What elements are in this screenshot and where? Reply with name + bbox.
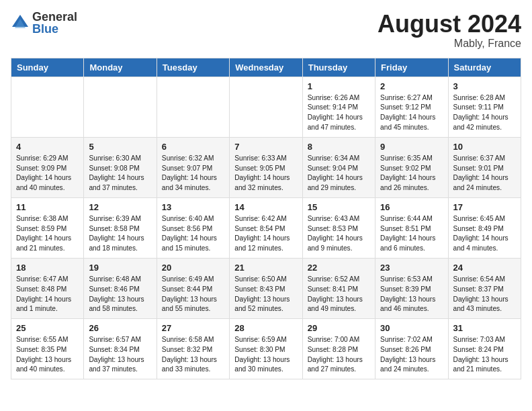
col-header-sunday: Sunday bbox=[11, 58, 84, 77]
day-number: 24 bbox=[453, 263, 516, 273]
calendar-cell: 26Sunrise: 6:57 AM Sunset: 8:34 PM Dayli… bbox=[84, 319, 157, 379]
week-row-2: 4Sunrise: 6:29 AM Sunset: 9:09 PM Daylig… bbox=[11, 137, 521, 197]
calendar-cell: 5Sunrise: 6:30 AM Sunset: 9:08 PM Daylig… bbox=[84, 137, 157, 197]
day-number: 25 bbox=[16, 323, 79, 333]
day-number: 28 bbox=[234, 323, 297, 333]
day-info: Sunrise: 6:37 AM Sunset: 9:01 PM Dayligh… bbox=[453, 154, 516, 193]
header-row: SundayMondayTuesdayWednesdayThursdayFrid… bbox=[11, 58, 521, 77]
col-header-wednesday: Wednesday bbox=[230, 58, 302, 77]
day-info: Sunrise: 6:39 AM Sunset: 8:58 PM Dayligh… bbox=[89, 214, 151, 254]
calendar-cell: 19Sunrise: 6:48 AM Sunset: 8:46 PM Dayli… bbox=[84, 258, 157, 318]
calendar-cell bbox=[230, 77, 302, 137]
day-number: 7 bbox=[234, 142, 297, 152]
day-info: Sunrise: 6:49 AM Sunset: 8:44 PM Dayligh… bbox=[162, 275, 224, 314]
day-info: Sunrise: 6:33 AM Sunset: 9:05 PM Dayligh… bbox=[234, 154, 297, 193]
day-number: 2 bbox=[380, 81, 443, 91]
day-number: 3 bbox=[453, 81, 516, 91]
day-number: 6 bbox=[162, 142, 224, 152]
day-info: Sunrise: 6:57 AM Sunset: 8:34 PM Dayligh… bbox=[89, 335, 151, 375]
calendar-cell: 16Sunrise: 6:44 AM Sunset: 8:51 PM Dayli… bbox=[375, 197, 448, 258]
calendar-cell: 27Sunrise: 6:58 AM Sunset: 8:32 PM Dayli… bbox=[157, 319, 229, 379]
calendar-cell: 4Sunrise: 6:29 AM Sunset: 9:09 PM Daylig… bbox=[11, 137, 84, 197]
day-info: Sunrise: 7:00 AM Sunset: 8:28 PM Dayligh… bbox=[308, 335, 370, 375]
day-info: Sunrise: 7:02 AM Sunset: 8:26 PM Dayligh… bbox=[380, 335, 443, 375]
day-number: 14 bbox=[234, 202, 297, 212]
calendar-cell: 17Sunrise: 6:45 AM Sunset: 8:49 PM Dayli… bbox=[448, 197, 521, 258]
day-number: 17 bbox=[453, 202, 516, 212]
calendar-cell: 20Sunrise: 6:49 AM Sunset: 8:44 PM Dayli… bbox=[157, 258, 229, 318]
day-number: 19 bbox=[89, 263, 151, 273]
calendar-cell bbox=[84, 77, 157, 137]
logo-general-text: General bbox=[32, 11, 77, 23]
day-info: Sunrise: 6:47 AM Sunset: 8:48 PM Dayligh… bbox=[16, 275, 79, 314]
calendar-cell: 11Sunrise: 6:38 AM Sunset: 8:59 PM Dayli… bbox=[11, 197, 84, 258]
calendar-cell: 1Sunrise: 6:26 AM Sunset: 9:14 PM Daylig… bbox=[302, 77, 375, 137]
day-number: 4 bbox=[16, 142, 79, 152]
day-info: Sunrise: 6:32 AM Sunset: 9:07 PM Dayligh… bbox=[162, 154, 224, 193]
day-number: 11 bbox=[16, 202, 79, 212]
page-header: General Blue August 2024 Mably, France bbox=[11, 11, 521, 50]
calendar-cell: 15Sunrise: 6:43 AM Sunset: 8:53 PM Dayli… bbox=[302, 197, 375, 258]
calendar-cell: 3Sunrise: 6:28 AM Sunset: 9:11 PM Daylig… bbox=[448, 77, 521, 137]
week-row-1: 1Sunrise: 6:26 AM Sunset: 9:14 PM Daylig… bbox=[11, 77, 521, 137]
week-row-3: 11Sunrise: 6:38 AM Sunset: 8:59 PM Dayli… bbox=[11, 197, 521, 258]
week-row-5: 25Sunrise: 6:55 AM Sunset: 8:35 PM Dayli… bbox=[11, 319, 521, 379]
day-number: 16 bbox=[380, 202, 443, 212]
col-header-friday: Friday bbox=[375, 58, 448, 77]
calendar-cell: 13Sunrise: 6:40 AM Sunset: 8:56 PM Dayli… bbox=[157, 197, 229, 258]
day-info: Sunrise: 6:27 AM Sunset: 9:12 PM Dayligh… bbox=[380, 93, 443, 133]
day-number: 8 bbox=[308, 142, 370, 152]
day-number: 18 bbox=[16, 263, 79, 273]
day-info: Sunrise: 6:30 AM Sunset: 9:08 PM Dayligh… bbox=[89, 154, 151, 193]
day-info: Sunrise: 6:40 AM Sunset: 8:56 PM Dayligh… bbox=[162, 214, 224, 254]
day-info: Sunrise: 6:55 AM Sunset: 8:35 PM Dayligh… bbox=[16, 335, 79, 375]
day-info: Sunrise: 6:52 AM Sunset: 8:41 PM Dayligh… bbox=[308, 275, 370, 314]
day-info: Sunrise: 6:45 AM Sunset: 8:49 PM Dayligh… bbox=[453, 214, 516, 254]
day-number: 10 bbox=[453, 142, 516, 152]
logo: General Blue bbox=[11, 11, 77, 35]
day-info: Sunrise: 6:42 AM Sunset: 8:54 PM Dayligh… bbox=[234, 214, 297, 254]
day-info: Sunrise: 6:28 AM Sunset: 9:11 PM Dayligh… bbox=[453, 93, 516, 133]
day-number: 12 bbox=[89, 202, 151, 212]
day-number: 9 bbox=[380, 142, 443, 152]
calendar-cell: 30Sunrise: 7:02 AM Sunset: 8:26 PM Dayli… bbox=[375, 319, 448, 379]
calendar-cell: 22Sunrise: 6:52 AM Sunset: 8:41 PM Dayli… bbox=[302, 258, 375, 318]
calendar-cell: 6Sunrise: 6:32 AM Sunset: 9:07 PM Daylig… bbox=[157, 137, 229, 197]
col-header-tuesday: Tuesday bbox=[157, 58, 229, 77]
day-info: Sunrise: 7:03 AM Sunset: 8:24 PM Dayligh… bbox=[453, 335, 516, 375]
day-info: Sunrise: 6:26 AM Sunset: 9:14 PM Dayligh… bbox=[308, 93, 370, 133]
day-number: 23 bbox=[380, 263, 443, 273]
day-info: Sunrise: 6:44 AM Sunset: 8:51 PM Dayligh… bbox=[380, 214, 443, 254]
day-number: 1 bbox=[308, 81, 370, 91]
location-subtitle: Mably, France bbox=[378, 38, 521, 50]
calendar-cell bbox=[11, 77, 84, 137]
col-header-thursday: Thursday bbox=[302, 58, 375, 77]
day-number: 26 bbox=[89, 323, 151, 333]
calendar-cell: 23Sunrise: 6:53 AM Sunset: 8:39 PM Dayli… bbox=[375, 258, 448, 318]
day-info: Sunrise: 6:34 AM Sunset: 9:04 PM Dayligh… bbox=[308, 154, 370, 193]
day-number: 22 bbox=[308, 263, 370, 273]
day-number: 13 bbox=[162, 202, 224, 212]
day-info: Sunrise: 6:54 AM Sunset: 8:37 PM Dayligh… bbox=[453, 275, 516, 314]
day-number: 27 bbox=[162, 323, 224, 333]
calendar-cell: 12Sunrise: 6:39 AM Sunset: 8:58 PM Dayli… bbox=[84, 197, 157, 258]
calendar-table: SundayMondayTuesdayWednesdayThursdayFrid… bbox=[11, 58, 521, 380]
day-number: 21 bbox=[234, 263, 297, 273]
day-number: 29 bbox=[308, 323, 370, 333]
calendar-cell: 24Sunrise: 6:54 AM Sunset: 8:37 PM Dayli… bbox=[448, 258, 521, 318]
logo-blue-text: Blue bbox=[32, 23, 77, 35]
col-header-monday: Monday bbox=[84, 58, 157, 77]
calendar-cell: 28Sunrise: 6:59 AM Sunset: 8:30 PM Dayli… bbox=[230, 319, 302, 379]
day-number: 15 bbox=[308, 202, 370, 212]
day-info: Sunrise: 6:35 AM Sunset: 9:02 PM Dayligh… bbox=[380, 154, 443, 193]
calendar-cell: 29Sunrise: 7:00 AM Sunset: 8:28 PM Dayli… bbox=[302, 319, 375, 379]
calendar-cell: 14Sunrise: 6:42 AM Sunset: 8:54 PM Dayli… bbox=[230, 197, 302, 258]
day-info: Sunrise: 6:29 AM Sunset: 9:09 PM Dayligh… bbox=[16, 154, 79, 193]
day-number: 30 bbox=[380, 323, 443, 333]
day-info: Sunrise: 6:53 AM Sunset: 8:39 PM Dayligh… bbox=[380, 275, 443, 314]
calendar-cell: 10Sunrise: 6:37 AM Sunset: 9:01 PM Dayli… bbox=[448, 137, 521, 197]
day-info: Sunrise: 6:58 AM Sunset: 8:32 PM Dayligh… bbox=[162, 335, 224, 375]
title-block: August 2024 Mably, France bbox=[378, 11, 521, 50]
calendar-cell: 25Sunrise: 6:55 AM Sunset: 8:35 PM Dayli… bbox=[11, 319, 84, 379]
calendar-cell: 7Sunrise: 6:33 AM Sunset: 9:05 PM Daylig… bbox=[230, 137, 302, 197]
